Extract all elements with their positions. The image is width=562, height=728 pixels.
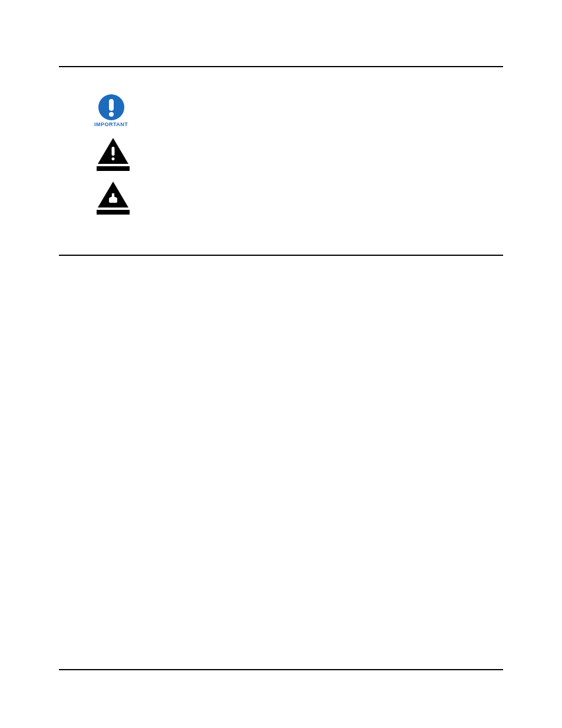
horizontal-rule bbox=[59, 66, 503, 67]
warning-icon bbox=[94, 182, 132, 215]
important-icon: IMPORTANT bbox=[94, 94, 128, 127]
caution-icon bbox=[94, 138, 132, 171]
icon-column: IMPORTANT bbox=[94, 94, 132, 215]
important-icon-row: IMPORTANT bbox=[94, 94, 132, 127]
horizontal-rule bbox=[59, 669, 503, 670]
important-label: IMPORTANT bbox=[94, 121, 128, 127]
horizontal-rule bbox=[59, 255, 503, 256]
